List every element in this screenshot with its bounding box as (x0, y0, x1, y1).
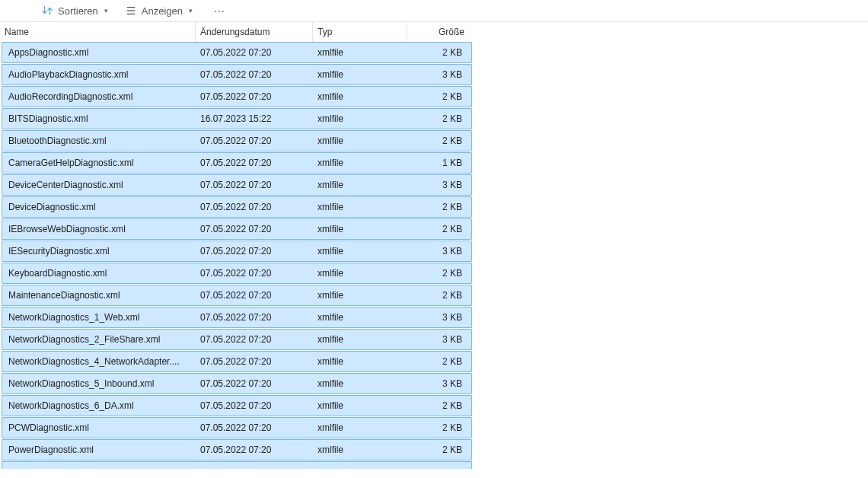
cell-date: 07.05.2022 07:20 (196, 224, 313, 234)
cell-size: 2 KB (407, 422, 467, 433)
column-header-name[interactable]: Name ˄ (0, 22, 195, 42)
cell-type: xmlfile (313, 445, 407, 455)
cell-name: PCWDiagnostic.xml (4, 422, 196, 433)
cell-date: 07.05.2022 07:20 (196, 422, 313, 433)
list-header: Name ˄ Änderungsdatum Typ Größe (0, 22, 474, 42)
cell-type: xmlfile (313, 312, 407, 323)
table-row[interactable]: IESecurityDiagnostic.xml07.05.2022 07:20… (2, 241, 472, 262)
table-row[interactable]: MaintenanceDiagnostic.xml07.05.2022 07:2… (2, 285, 472, 306)
cell-name: PowerDiagnostic.xml (4, 445, 196, 455)
table-row[interactable]: KeyboardDiagnostic.xml07.05.2022 07:20xm… (2, 263, 472, 284)
cell-date: 07.05.2022 07:20 (196, 180, 313, 190)
cell-size: 3 KB (407, 312, 467, 323)
table-row[interactable]: AudioRecordingDiagnostic.xml07.05.2022 0… (2, 86, 472, 107)
table-row[interactable]: BITSDiagnostic.xml16.07.2023 15:22xmlfil… (2, 108, 472, 129)
cell-name: IEBrowseWebDiagnostic.xml (4, 224, 196, 234)
cell-size: 3 KB (407, 334, 467, 345)
chevron-down-icon: ▾ (104, 7, 108, 14)
cell-date: 07.05.2022 07:20 (196, 47, 313, 58)
toolbar: Sortieren ▾ Anzeigen ▾ ··· (0, 0, 868, 22)
cell-type: xmlfile (313, 400, 407, 411)
cell-name: BITSDiagnostic.xml (4, 113, 196, 124)
table-row[interactable]: PCWDiagnostic.xml07.05.2022 07:20xmlfile… (2, 417, 472, 438)
more-menu[interactable]: ··· (214, 5, 225, 17)
cell-size: 2 KB (407, 356, 467, 367)
table-row[interactable]: NetworkDiagnostics_2_FileShare.xml07.05.… (2, 329, 472, 350)
cell-name: AudioPlaybackDiagnostic.xml (4, 69, 196, 80)
table-row[interactable]: DeviceDiagnostic.xml07.05.2022 07:20xmlf… (2, 196, 472, 218)
column-size-label: Größe (439, 27, 464, 37)
file-list: Name ˄ Änderungsdatum Typ Größe AppsDiag… (0, 22, 474, 470)
table-row[interactable]: AudioPlaybackDiagnostic.xml07.05.2022 07… (2, 64, 472, 85)
sort-icon (41, 5, 53, 17)
cell-size: 2 KB (407, 445, 467, 455)
cell-type: xmlfile (313, 290, 407, 301)
list-body: AppsDiagnostic.xml07.05.2022 07:20xmlfil… (0, 42, 474, 470)
cell-type: xmlfile (313, 246, 407, 257)
cell-size: 3 KB (407, 246, 467, 257)
cell-name: AudioRecordingDiagnostic.xml (4, 91, 196, 102)
cell-size: 2 KB (407, 202, 467, 212)
table-row[interactable]: NetworkDiagnostics_1_Web.xml07.05.2022 0… (2, 307, 472, 328)
cell-size: 2 KB (407, 135, 467, 146)
cell-type: xmlfile (313, 334, 407, 345)
cell-date: 07.05.2022 07:20 (196, 312, 313, 323)
sort-label: Sortieren (58, 5, 98, 17)
cell-type: xmlfile (313, 135, 407, 146)
cell-type: xmlfile (313, 113, 407, 124)
table-row[interactable]: NetworkDiagnostics_6_DA.xml07.05.2022 07… (2, 395, 472, 416)
cell-date: 07.05.2022 07:20 (196, 378, 313, 389)
column-name-label: Name (5, 27, 29, 37)
cell-type: xmlfile (313, 202, 407, 212)
table-row[interactable]: AppsDiagnostic.xml07.05.2022 07:20xmlfil… (2, 42, 472, 63)
cell-date: 07.05.2022 07:20 (196, 69, 313, 80)
cell-type: xmlfile (313, 47, 407, 58)
cell-type: xmlfile (313, 91, 407, 102)
cell-date: 07.05.2022 07:20 (196, 202, 313, 212)
table-row[interactable]: DeviceCenterDiagnostic.xml07.05.2022 07:… (2, 174, 472, 196)
table-row[interactable]: NetworkDiagnostics_5_Inbound.xml07.05.20… (2, 373, 472, 394)
cell-size: 1 KB (407, 158, 467, 168)
column-header-type[interactable]: Typ (312, 22, 407, 42)
view-icon (125, 5, 137, 17)
cell-date: 07.05.2022 07:20 (196, 400, 313, 411)
cell-type: xmlfile (313, 378, 407, 389)
cell-name: NetworkDiagnostics_1_Web.xml (4, 312, 196, 323)
cell-name: NetworkDiagnostics_5_Inbound.xml (4, 378, 196, 389)
cell-date: 16.07.2023 15:22 (196, 113, 313, 124)
cell-type: xmlfile (313, 158, 407, 168)
cell-name: KeyboardDiagnostic.xml (4, 268, 196, 279)
table-row[interactable]: NetworkDiagnostics_4_NetworkAdapter....0… (2, 351, 472, 372)
cell-type: xmlfile (313, 69, 407, 80)
column-header-size[interactable]: Größe (407, 22, 469, 42)
column-type-label: Typ (318, 27, 332, 37)
view-menu[interactable]: Anzeigen ▾ (125, 5, 193, 17)
table-row[interactable]: PowerDiagnostic.xml07.05.2022 07:20xmlfi… (2, 439, 472, 460)
cell-name: IESecurityDiagnostic.xml (4, 246, 196, 257)
table-row[interactable]: IEBrowseWebDiagnostic.xml07.05.2022 07:2… (2, 218, 472, 240)
cell-name: NetworkDiagnostics_4_NetworkAdapter.... (4, 356, 196, 367)
cell-date: 07.05.2022 07:20 (196, 356, 313, 367)
cell-type: xmlfile (313, 180, 407, 190)
table-row[interactable]: CameraGetHelpDiagnostic.xml07.05.2022 07… (2, 152, 472, 174)
column-header-date[interactable]: Änderungsdatum (195, 22, 312, 42)
cell-date: 07.05.2022 07:20 (196, 158, 313, 168)
table-row[interactable]: BluetoothDiagnostic.xml07.05.2022 07:20x… (2, 130, 472, 151)
cell-name: NetworkDiagnostics_6_DA.xml (4, 400, 196, 411)
cell-type: xmlfile (313, 356, 407, 367)
cell-size: 2 KB (407, 224, 467, 234)
sort-menu[interactable]: Sortieren ▾ (41, 5, 108, 17)
cell-size: 2 KB (407, 91, 467, 102)
cell-date: 07.05.2022 07:20 (196, 268, 313, 279)
cell-date: 07.05.2022 07:20 (196, 91, 313, 102)
cell-type: xmlfile (313, 224, 407, 234)
view-label: Anzeigen (142, 5, 183, 17)
cell-date: 07.05.2022 07:20 (196, 290, 313, 301)
cell-type: xmlfile (313, 268, 407, 279)
table-row[interactable] (2, 461, 472, 469)
cell-name: CameraGetHelpDiagnostic.xml (4, 158, 196, 168)
cell-size: 2 KB (407, 113, 467, 124)
column-date-label: Änderungsdatum (200, 27, 270, 37)
cell-name: MaintenanceDiagnostic.xml (4, 290, 196, 301)
cell-date: 07.05.2022 07:20 (196, 135, 313, 146)
